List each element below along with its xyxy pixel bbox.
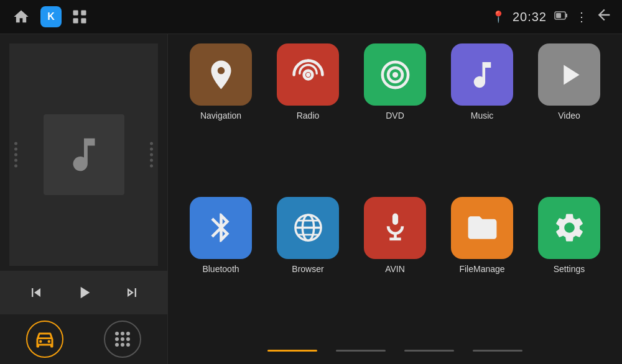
back-button[interactable] [595,6,613,27]
svg-point-9 [115,332,119,335]
time-display: 20:32 [513,10,547,24]
page-dot-1[interactable] [267,350,317,352]
svg-rect-5 [556,13,561,18]
svg-point-22 [392,71,397,77]
svg-point-19 [306,73,310,77]
speaker-right [150,142,153,168]
page-dot-4[interactable] [473,350,522,352]
svg-point-15 [115,343,119,347]
gallery-button[interactable] [69,6,90,27]
status-right: 📍 20:32 ⋮ [491,6,613,27]
play-button[interactable] [74,283,94,303]
svg-rect-0 [73,11,78,16]
avin-label: AVIN [385,264,405,274]
status-left: K [9,5,90,29]
svg-marker-23 [564,65,579,84]
media-controls [0,271,167,314]
page-indicators [180,340,610,355]
app-settings[interactable]: Settings [529,197,610,341]
svg-rect-3 [81,18,86,23]
navigation-icon [190,43,252,106]
svg-point-16 [121,343,124,347]
bluetooth-icon [190,197,252,259]
page-dot-2[interactable] [336,350,386,352]
dvd-label: DVD [386,111,404,121]
music-label: Music [471,111,494,121]
main-content: Navigation Radio [0,34,622,364]
filemanager-icon [451,197,513,259]
app-avin[interactable]: AVIN [355,197,435,341]
app-browser[interactable]: Browser [267,197,348,341]
svg-point-13 [121,337,124,341]
app-grid-area: Navigation Radio [168,34,622,364]
svg-rect-1 [81,11,86,16]
radio-label: Radio [297,111,320,121]
avin-icon [364,197,426,259]
app-video[interactable]: Video [529,43,610,188]
app-bluetooth[interactable]: Bluetooth [180,197,261,341]
home-button[interactable] [9,5,33,29]
apps-button[interactable] [104,321,141,358]
bluetooth-label: Bluetooth [202,264,239,274]
bottom-icons [0,314,167,364]
browser-icon [277,197,339,259]
video-icon [538,43,600,106]
svg-point-11 [126,332,130,335]
app-grid: Navigation Radio [180,43,610,340]
more-options-icon[interactable]: ⋮ [575,9,588,24]
music-app-icon [451,43,513,106]
speaker-left [14,142,17,168]
app-navigation[interactable]: Navigation [180,43,261,188]
svg-point-12 [115,337,119,341]
svg-rect-2 [73,18,78,23]
app-dvd[interactable]: DVD [355,43,435,188]
svg-rect-29 [392,214,397,225]
left-panel [0,34,168,364]
music-note-bg [44,114,124,195]
svg-point-10 [121,332,124,335]
radio-icon [277,43,339,106]
navigation-label: Navigation [200,111,241,121]
svg-point-7 [39,340,42,344]
location-icon: 📍 [491,10,505,24]
prev-button[interactable] [27,284,45,301]
car-button[interactable] [26,321,63,358]
app-radio[interactable]: Radio [267,43,348,188]
status-bar: K 📍 20:32 ⋮ [0,0,622,34]
svg-point-14 [126,337,130,341]
svg-point-17 [126,343,130,347]
filemanager-label: FileManage [459,264,504,274]
page-dot-3[interactable] [404,350,454,352]
k-app-button[interactable]: K [40,6,62,27]
svg-rect-6 [566,14,568,17]
svg-point-8 [48,340,51,344]
app-filemanager[interactable]: FileManage [442,197,522,341]
browser-label: Browser [292,264,323,274]
dvd-icon [364,43,426,106]
app-music[interactable]: Music [442,43,522,188]
next-button[interactable] [123,284,141,301]
battery-icon [554,11,568,23]
settings-label: Settings [554,264,585,274]
video-label: Video [558,111,580,121]
settings-icon [538,197,600,259]
music-art [9,43,158,266]
